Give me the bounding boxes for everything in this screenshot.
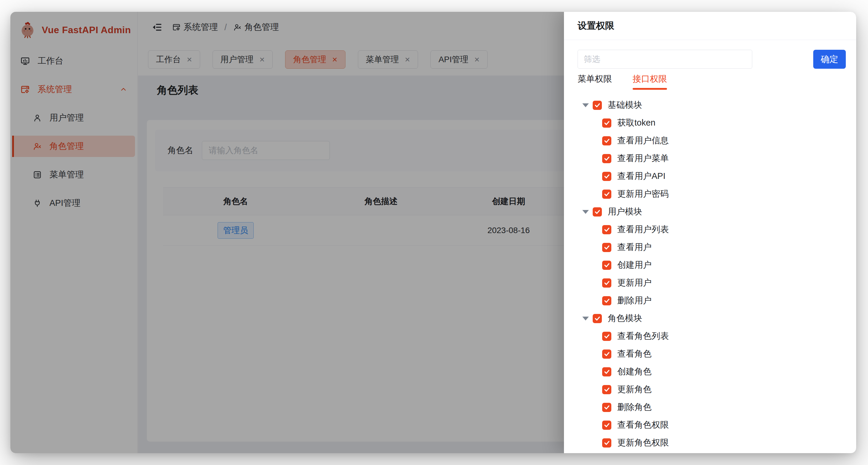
caret-down-icon[interactable]: [582, 317, 589, 320]
tree-node[interactable]: 查看角色权限: [564, 416, 856, 434]
tree-node[interactable]: 创建用户: [564, 256, 856, 274]
tree-node-label: 用户模块: [608, 206, 642, 218]
tree-node[interactable]: 查看用户: [564, 238, 856, 256]
tree-node-label: 创建角色: [617, 366, 652, 378]
drawer-title: 设置权限: [564, 12, 856, 40]
drawer-body: 确定 菜单权限 接口权限 基础模块 获取token 查看用户信息: [564, 40, 856, 453]
checkbox-checked-icon[interactable]: [602, 438, 611, 447]
checkbox-checked-icon[interactable]: [602, 420, 611, 430]
tree-node-label: 获取token: [617, 117, 655, 129]
checkbox-checked-icon[interactable]: [593, 314, 602, 323]
tree-node[interactable]: 更新角色: [564, 381, 856, 398]
tree-node-label: 更新角色: [617, 383, 652, 396]
tree-node-label: 查看用户列表: [617, 224, 669, 235]
tree-node[interactable]: 基础模块: [564, 96, 856, 114]
tree-node[interactable]: 查看用户菜单: [564, 150, 856, 167]
tree-node[interactable]: 创建角色: [564, 363, 856, 381]
checkbox-checked-icon[interactable]: [602, 118, 611, 128]
permission-filter-input[interactable]: [578, 50, 752, 69]
checkbox-checked-icon[interactable]: [602, 172, 611, 181]
caret-down-icon[interactable]: [582, 104, 589, 107]
checkbox-checked-icon[interactable]: [593, 101, 602, 110]
tree-node[interactable]: 查看角色列表: [564, 327, 856, 345]
checkbox-checked-icon[interactable]: [602, 385, 611, 394]
tree-node-label: 删除用户: [617, 295, 652, 307]
tree-node-label: 删除角色: [617, 401, 652, 413]
checkbox-checked-icon[interactable]: [593, 207, 602, 216]
tree-node[interactable]: 更新用户: [564, 274, 856, 292]
permission-tree: 基础模块 获取token 查看用户信息 查看用户菜单 查看用户API: [564, 96, 856, 453]
checkbox-checked-icon[interactable]: [602, 332, 611, 341]
tree-node[interactable]: 查看用户列表: [564, 221, 856, 238]
checkbox-checked-icon[interactable]: [602, 225, 611, 234]
tree-node-label: 更新角色权限: [617, 437, 669, 449]
tree-node-label: 创建用户: [617, 259, 652, 271]
tree-node-label: 更新用户密码: [617, 188, 669, 200]
tree-node-label: 查看用户信息: [617, 135, 669, 147]
tree-node[interactable]: 用户模块: [564, 203, 856, 221]
tree-node-label: 查看用户: [617, 241, 652, 253]
checkbox-checked-icon[interactable]: [602, 261, 611, 270]
tree-node[interactable]: 更新角色权限: [564, 434, 856, 452]
tree-node[interactable]: 更新用户密码: [564, 185, 856, 203]
tree-node-label: 基础模块: [608, 99, 642, 111]
checkbox-checked-icon[interactable]: [602, 279, 611, 288]
tree-node[interactable]: 获取token: [564, 114, 856, 132]
tree-node-label: 查看用户API: [617, 170, 665, 182]
tree-node[interactable]: 删除角色: [564, 398, 856, 416]
checkbox-checked-icon[interactable]: [602, 190, 611, 199]
checkbox-checked-icon[interactable]: [602, 349, 611, 359]
set-permissions-drawer: 设置权限 确定 菜单权限 接口权限 基础模块 获取token: [564, 12, 856, 453]
tree-node-label: 查看角色列表: [617, 330, 669, 342]
tree-node[interactable]: 查看角色: [564, 345, 856, 363]
tree-node-label: 查看角色权限: [617, 419, 669, 431]
tree-node-label: 查看用户菜单: [617, 152, 669, 164]
checkbox-checked-icon[interactable]: [602, 296, 611, 306]
tab-menu-permissions[interactable]: 菜单权限: [578, 73, 612, 90]
checkbox-checked-icon[interactable]: [602, 403, 611, 412]
app-window: Vue FastAPI Admin 工作台: [10, 12, 856, 453]
tree-node[interactable]: 角色模块: [564, 310, 856, 327]
checkbox-checked-icon[interactable]: [602, 154, 611, 163]
tab-api-permissions[interactable]: 接口权限: [633, 73, 667, 90]
permission-tabs: 菜单权限 接口权限: [578, 73, 667, 90]
checkbox-checked-icon[interactable]: [602, 243, 611, 252]
tree-node-label: 角色模块: [608, 313, 642, 324]
tree-node-label: 查看角色: [617, 348, 652, 360]
tree-node[interactable]: 查看用户信息: [564, 132, 856, 150]
caret-down-icon[interactable]: [582, 210, 589, 214]
tree-node[interactable]: 查看用户API: [564, 167, 856, 185]
checkbox-checked-icon[interactable]: [602, 136, 611, 145]
confirm-button[interactable]: 确定: [813, 50, 846, 69]
tree-node-label: 更新用户: [617, 277, 652, 289]
tree-node[interactable]: 删除用户: [564, 292, 856, 310]
checkbox-checked-icon[interactable]: [602, 367, 611, 376]
